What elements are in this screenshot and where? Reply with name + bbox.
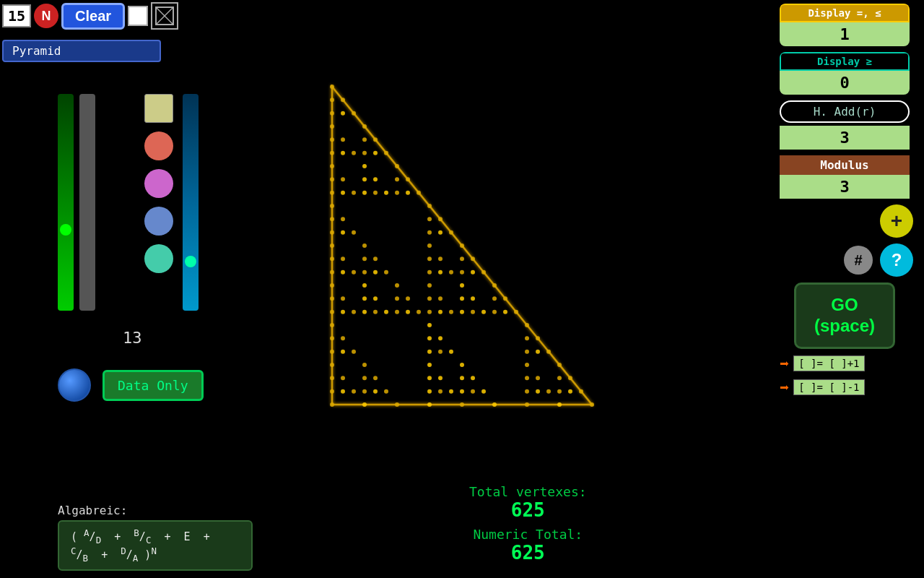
decrement-arrow-icon[interactable]: ➡ (780, 379, 789, 397)
svg-point-121 (330, 350, 334, 354)
svg-point-135 (557, 363, 562, 367)
increment-formula[interactable]: [ ]= [ ]+1 (793, 355, 864, 371)
go-button[interactable]: GO (space) (794, 282, 895, 349)
svg-point-31 (330, 191, 334, 195)
svg-point-160 (525, 389, 529, 394)
svg-point-37 (395, 191, 399, 195)
data-only-button[interactable]: Data Only (103, 370, 204, 401)
color-circle-purple[interactable] (144, 169, 173, 198)
gray-slider[interactable] (79, 94, 95, 311)
svg-point-68 (373, 270, 378, 275)
svg-point-174 (590, 402, 594, 407)
svg-point-105 (449, 310, 453, 314)
svg-point-126 (449, 350, 453, 354)
increment-arrow-icon[interactable]: ➡ (780, 355, 789, 373)
color-circle-teal[interactable] (144, 244, 173, 273)
n-button[interactable]: N (34, 4, 58, 28)
svg-point-125 (438, 350, 443, 354)
svg-point-59 (373, 256, 378, 261)
blue-slider-thumb (185, 256, 196, 267)
svg-point-67 (362, 270, 367, 275)
question-button[interactable]: ? (880, 243, 913, 277)
svg-point-115 (330, 336, 334, 340)
svg-point-95 (341, 310, 345, 314)
color-swatch-yellow[interactable] (144, 94, 173, 123)
svg-point-39 (417, 191, 421, 195)
svg-point-133 (460, 363, 464, 367)
svg-point-35 (373, 191, 378, 195)
svg-point-72 (449, 270, 453, 275)
hash-button[interactable]: # (844, 246, 873, 275)
svg-point-22 (330, 164, 334, 168)
modulus-label[interactable]: Modulus (780, 155, 910, 175)
svg-point-98 (373, 310, 378, 314)
svg-point-74 (471, 270, 475, 275)
svg-point-21 (384, 151, 388, 155)
svg-point-100 (395, 310, 399, 314)
svg-point-111 (514, 310, 518, 314)
green-slider[interactable] (58, 94, 74, 311)
modulus-value[interactable]: 3 (780, 175, 910, 199)
svg-point-13 (341, 137, 345, 142)
svg-point-89 (438, 296, 443, 301)
svg-point-97 (362, 310, 367, 314)
svg-point-16 (330, 151, 334, 155)
svg-point-132 (427, 363, 432, 367)
svg-point-84 (362, 296, 367, 301)
svg-point-172 (525, 402, 529, 407)
svg-point-158 (471, 389, 475, 394)
hadd-label[interactable]: H. Add(r) (780, 100, 910, 123)
svg-point-130 (330, 363, 334, 367)
svg-point-18 (352, 151, 356, 155)
svg-point-9 (352, 111, 356, 116)
blue-circle[interactable] (58, 368, 91, 402)
svg-point-134 (525, 363, 529, 367)
svg-point-94 (330, 310, 334, 314)
display-lte-label[interactable]: Display =, ≤ (780, 4, 910, 22)
svg-point-139 (373, 376, 378, 380)
svg-point-15 (373, 137, 378, 142)
color-circle-blue[interactable] (144, 207, 173, 236)
display-gte-label[interactable]: Display ≥ (780, 52, 910, 71)
svg-point-149 (341, 389, 345, 394)
color-circle-red[interactable] (144, 131, 173, 160)
svg-point-109 (492, 310, 497, 314)
svg-point-116 (341, 336, 345, 340)
svg-point-151 (362, 389, 367, 394)
svg-point-44 (427, 217, 432, 221)
svg-point-34 (362, 191, 367, 195)
frame-icon[interactable] (151, 2, 178, 30)
white-square (128, 6, 148, 26)
svg-point-104 (438, 310, 443, 314)
clear-button[interactable]: Clear (61, 3, 125, 30)
svg-point-164 (568, 389, 572, 394)
svg-point-50 (438, 230, 443, 235)
blue-slider[interactable] (183, 94, 199, 311)
display-gte-box: Display ≥ 0 (780, 52, 910, 95)
svg-point-26 (341, 177, 345, 181)
display-lte-box: Display =, ≤ 1 (780, 4, 910, 46)
svg-point-63 (471, 256, 475, 261)
svg-point-24 (395, 164, 399, 168)
increment-row: ➡ [ ]= [ ]+1 (780, 355, 865, 373)
svg-point-145 (536, 376, 540, 380)
svg-point-173 (557, 402, 562, 407)
hadd-value[interactable]: 3 (780, 126, 910, 150)
svg-point-114 (525, 323, 529, 327)
svg-point-122 (341, 350, 345, 354)
svg-point-92 (492, 296, 497, 301)
svg-point-103 (427, 310, 432, 314)
svg-point-82 (330, 296, 334, 301)
svg-point-7 (330, 111, 334, 116)
svg-point-54 (427, 243, 432, 248)
svg-point-71 (438, 270, 443, 275)
display-gte-value[interactable]: 0 (780, 71, 910, 95)
svg-point-93 (503, 296, 507, 301)
svg-point-106 (460, 310, 464, 314)
pyramid-dropdown[interactable]: Pyramid (2, 40, 161, 62)
decrement-formula[interactable]: [ ]= [ ]-1 (793, 379, 864, 395)
svg-point-17 (341, 151, 345, 155)
display-lte-value[interactable]: 1 (780, 22, 910, 46)
svg-point-49 (427, 230, 432, 235)
plus-button[interactable]: + (880, 204, 913, 238)
